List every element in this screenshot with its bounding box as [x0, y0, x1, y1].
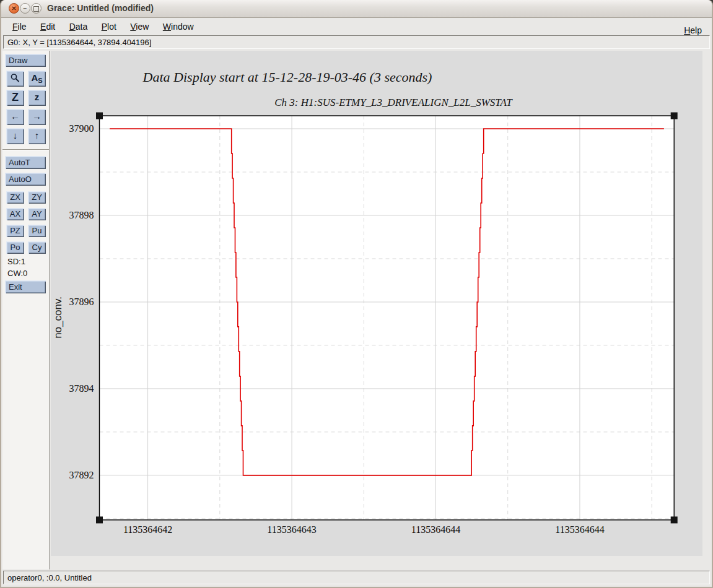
y-tick-label: 37894 [69, 383, 94, 394]
autoscale-button[interactable]: AS [28, 71, 46, 87]
maximize-square-glyph [33, 6, 39, 12]
arrow-down-icon: ↓ [13, 130, 18, 141]
menu-file[interactable]: File [12, 22, 27, 32]
resize-handle[interactable] [671, 113, 678, 119]
arrow-left-icon: ← [11, 111, 20, 121]
zoom-in-button[interactable]: Z [6, 90, 24, 106]
magnifier-icon [10, 73, 20, 84]
resize-handle[interactable] [96, 517, 103, 524]
pan-right-button[interactable]: → [28, 109, 46, 125]
status-bar: operator0, :0.0, Untitled [1, 569, 712, 587]
ax-button[interactable]: AX [6, 208, 24, 220]
sd-indicator: SD:1 [7, 257, 49, 266]
maximize-icon[interactable] [31, 3, 42, 14]
autoo-button[interactable]: AutoO [5, 173, 46, 186]
exit-button[interactable]: Exit [5, 280, 46, 293]
big-z-icon: Z [12, 91, 19, 103]
zy-button[interactable]: ZY [28, 191, 46, 204]
plot-title: Data Display start at 15-12-28-19-03-46 … [142, 69, 432, 85]
y-tick-label: 37892 [69, 470, 94, 480]
title-bar[interactable]: ✕ − Grace: Untitled (modified) [1, 0, 712, 18]
autot-button[interactable]: AutoT [5, 156, 46, 169]
pz-button[interactable]: PZ [6, 225, 24, 237]
ay-button[interactable]: AY [28, 208, 46, 220]
x-tick-label: 1135364644 [411, 524, 460, 535]
window-title: Grace: Untitled (modified) [47, 3, 154, 13]
resize-handle[interactable] [96, 113, 103, 119]
main-area: Draw AS Z z ← → [2, 51, 711, 569]
zoom-out-button[interactable]: z [28, 90, 46, 106]
y-tick-label: 37898 [69, 210, 94, 220]
autoscale-icon: AS [31, 72, 42, 83]
pan-left-button[interactable]: ← [6, 109, 24, 125]
minimize-icon[interactable]: − [20, 3, 30, 14]
y-tick-label: 37900 [69, 123, 94, 134]
plot-background [100, 116, 675, 520]
status-text: operator0, :0.0, Untitled [3, 571, 710, 584]
grace-window: ✕ − Grace: Untitled (modified) File Edit… [0, 0, 713, 588]
toolbar-separator [2, 149, 49, 150]
zoom-button[interactable] [6, 71, 24, 87]
x-tick-label: 1135364642 [123, 524, 172, 535]
side-toolbar: Draw AS Z z ← → [2, 51, 50, 569]
menu-data[interactable]: Data [69, 22, 88, 32]
menu-bar: File Edit Data Plot View Window Help [1, 18, 712, 35]
x-tick-label: 1135364643 [267, 524, 316, 535]
graph-canvas[interactable]: 3789237894378963789837900113536464211353… [51, 51, 702, 556]
draw-button[interactable]: Draw [5, 54, 46, 67]
small-z-icon: z [35, 92, 40, 102]
y-axis-label: no_conv. [52, 296, 64, 339]
canvas-area: 3789237894378963789837900113536464211353… [50, 51, 711, 569]
close-icon[interactable]: ✕ [9, 3, 19, 14]
menu-help[interactable]: Help [684, 25, 702, 35]
plot-subtitle: Ch 3: H1:SUS-ETMY_L3_DRIVEALIGN_L2L_SWST… [274, 97, 513, 108]
menu-window[interactable]: Window [163, 22, 194, 32]
zx-button[interactable]: ZX [6, 191, 24, 204]
arrow-up-icon: ↑ [35, 130, 40, 141]
resize-handle[interactable] [671, 517, 678, 524]
menu-edit[interactable]: Edit [40, 22, 55, 32]
menu-view[interactable]: View [130, 22, 149, 32]
arrow-right-icon: → [32, 111, 42, 121]
pan-up-button[interactable]: ↑ [28, 128, 46, 144]
cy-button[interactable]: Cy [28, 241, 46, 254]
po-button[interactable]: Po [6, 241, 24, 254]
grace-page: 3789237894378963789837900113536464211353… [51, 51, 702, 556]
x-tick-label: 1135364644 [555, 524, 604, 535]
locator-bar: G0: X, Y = [1135364644, 37894.404196] [3, 35, 710, 49]
pu-button[interactable]: Pu [28, 225, 46, 237]
pan-down-button[interactable]: ↓ [6, 128, 24, 144]
y-tick-label: 37896 [69, 296, 94, 307]
menu-plot[interactable]: Plot [102, 22, 116, 32]
cw-indicator: CW:0 [7, 269, 49, 278]
